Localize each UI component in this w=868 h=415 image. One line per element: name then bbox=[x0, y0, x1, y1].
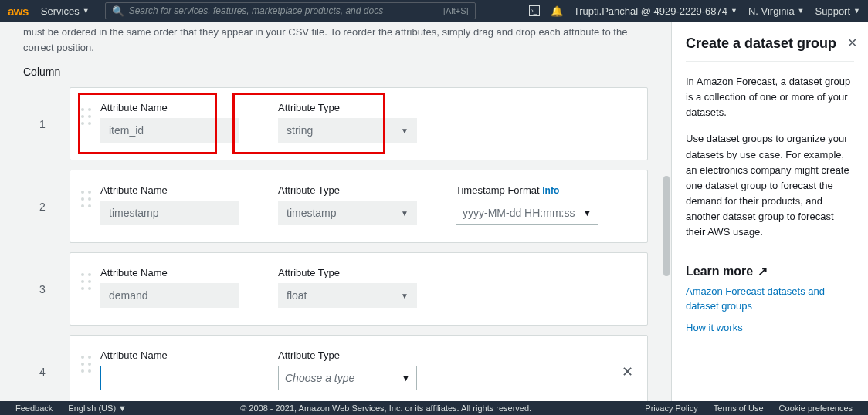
attr-name-label: Attribute Name bbox=[100, 102, 239, 113]
attr-name-label: Attribute Name bbox=[100, 184, 239, 196]
attr-name-input[interactable] bbox=[100, 366, 239, 390]
attr-type-label: Attribute Type bbox=[278, 267, 417, 278]
attr-name-label: Attribute Name bbox=[100, 349, 239, 361]
column-header: Column bbox=[23, 66, 648, 78]
aws-topbar: aws Services ▼ 🔍 Search for services, fe… bbox=[0, 0, 868, 22]
help-link[interactable]: How it works bbox=[686, 321, 854, 335]
caret-down-icon: ▼ bbox=[798, 7, 805, 15]
attr-type-select: timestamp▼ bbox=[278, 201, 417, 225]
services-menu[interactable]: Services ▼ bbox=[41, 5, 90, 17]
caret-down-icon: ▼ bbox=[83, 7, 90, 15]
row-number: 4 bbox=[39, 366, 46, 378]
cloudshell-icon[interactable]: ›_ bbox=[529, 5, 540, 16]
chevron-down-icon: ▼ bbox=[401, 127, 409, 135]
schema-row-2: 2 Attribute Name timestamp Attribute Typ… bbox=[70, 170, 648, 243]
caret-down-icon: ▼ bbox=[853, 7, 860, 15]
chevron-down-icon: ▼ bbox=[401, 209, 409, 218]
attr-name-input: demand bbox=[100, 283, 239, 308]
remove-row-button[interactable]: ✕ bbox=[622, 363, 633, 380]
search-placeholder: Search for services, features, marketpla… bbox=[129, 5, 439, 16]
search-kbd: [Alt+S] bbox=[443, 6, 469, 15]
region-menu[interactable]: N. Virginia▼ bbox=[748, 5, 805, 17]
ts-format-label: Timestamp Format Info bbox=[456, 184, 598, 196]
attr-type-select[interactable]: Choose a type▼ bbox=[278, 366, 417, 390]
attr-name-label: Attribute Name bbox=[100, 267, 239, 278]
row-number: 1 bbox=[39, 118, 46, 130]
services-label: Services bbox=[41, 5, 80, 17]
chevron-down-icon: ▼ bbox=[402, 373, 410, 383]
schema-intro-text: must be ordered in the same order that t… bbox=[23, 22, 648, 55]
schema-row-1: 1 Attribute Name item_id Attribute Type … bbox=[70, 87, 648, 160]
external-link-icon: ↗ bbox=[758, 264, 768, 278]
aws-logo[interactable]: aws bbox=[8, 5, 29, 18]
attr-type-label: Attribute Type bbox=[278, 184, 417, 196]
schema-row-3: 3 Attribute Name demand Attribute Type f… bbox=[70, 252, 648, 326]
drag-handle-icon[interactable] bbox=[81, 191, 93, 209]
attr-type-label: Attribute Type bbox=[278, 102, 417, 113]
learn-more-heading: Learn more ↗ bbox=[686, 264, 854, 278]
chevron-down-icon: ▼ bbox=[401, 292, 409, 300]
ts-format-select[interactable]: yyyy-MM-dd HH:mm:ss▼ bbox=[456, 201, 598, 225]
account-menu[interactable]: Trupti.Panchal @ 4929-2229-6874▼ bbox=[574, 5, 737, 17]
main-content: must be ordered in the same order that t… bbox=[0, 22, 671, 401]
attr-type-label: Attribute Type bbox=[278, 349, 417, 361]
panel-title: Create a dataset group bbox=[686, 35, 854, 52]
drag-handle-icon[interactable] bbox=[81, 108, 93, 127]
global-search[interactable]: 🔍 Search for services, features, marketp… bbox=[105, 2, 476, 19]
search-icon: 🔍 bbox=[112, 5, 124, 17]
bell-icon[interactable]: 🔔 bbox=[551, 5, 563, 17]
caret-down-icon: ▼ bbox=[731, 7, 737, 15]
row-number: 3 bbox=[39, 283, 46, 295]
drag-handle-icon[interactable] bbox=[81, 273, 93, 292]
support-menu[interactable]: Support▼ bbox=[815, 5, 860, 17]
chevron-down-icon: ▼ bbox=[583, 208, 592, 218]
attr-type-select: float▼ bbox=[278, 283, 417, 308]
attr-name-input: item_id bbox=[100, 118, 239, 143]
attr-name-input: timestamp bbox=[100, 201, 239, 225]
close-panel-button[interactable]: ✕ bbox=[847, 35, 857, 50]
attr-type-select: string▼ bbox=[278, 118, 417, 143]
help-link[interactable]: Amazon Forecast datasets and dataset gro… bbox=[686, 285, 854, 312]
help-panel: ✕ Create a dataset group In Amazon Forec… bbox=[671, 22, 868, 401]
schema-row-4: 4 Attribute Name Attribute Type Choose a… bbox=[70, 335, 648, 401]
row-number: 2 bbox=[39, 201, 46, 213]
info-link[interactable]: Info bbox=[542, 185, 559, 196]
scrollbar-thumb[interactable] bbox=[663, 176, 670, 276]
drag-handle-icon[interactable] bbox=[81, 356, 93, 374]
panel-paragraph: In Amazon Forecast, a dataset group is a… bbox=[686, 74, 854, 120]
panel-paragraph: Use dataset groups to organize your data… bbox=[686, 131, 854, 240]
